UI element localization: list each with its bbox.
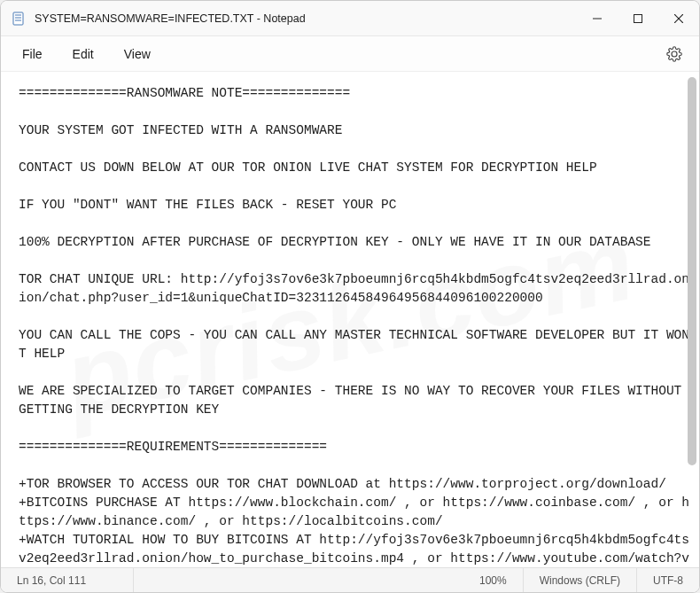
minimize-button[interactable]	[577, 1, 618, 35]
editor-pane: pcrisk.com ==============RANSOMWARE NOTE…	[1, 72, 699, 567]
window-controls	[577, 1, 699, 35]
menu-file[interactable]: File	[10, 42, 55, 66]
gear-icon	[666, 46, 682, 62]
window-title: SYSTEM=RANSOMWARE=INFECTED.TXT - Notepad	[35, 12, 577, 25]
scrollbar-thumb[interactable]	[688, 77, 696, 465]
settings-button[interactable]	[658, 38, 690, 70]
svg-rect-0	[13, 12, 23, 25]
menubar: File Edit View	[1, 36, 699, 72]
status-encoding: UTF-8	[637, 568, 699, 592]
maximize-icon	[634, 14, 642, 23]
svg-rect-5	[634, 14, 642, 22]
notepad-window: SYSTEM=RANSOMWARE=INFECTED.TXT - Notepad…	[0, 0, 700, 593]
status-line-ending: Windows (CRLF)	[524, 568, 637, 592]
close-icon	[674, 14, 683, 23]
text-editor[interactable]: ==============RANSOMWARE NOTE===========…	[1, 72, 699, 567]
menu-edit[interactable]: Edit	[60, 42, 106, 66]
statusbar: Ln 16, Col 111 100% Windows (CRLF) UTF-8	[1, 567, 699, 592]
notepad-app-icon	[12, 12, 26, 26]
maximize-button[interactable]	[618, 1, 658, 35]
status-zoom[interactable]: 100%	[463, 568, 524, 592]
menu-view[interactable]: View	[112, 42, 163, 66]
minimize-icon	[593, 14, 602, 23]
vertical-scrollbar[interactable]	[687, 77, 697, 562]
close-button[interactable]	[658, 1, 699, 35]
status-cursor-position: Ln 16, Col 111	[1, 568, 134, 592]
titlebar: SYSTEM=RANSOMWARE=INFECTED.TXT - Notepad	[1, 1, 699, 36]
